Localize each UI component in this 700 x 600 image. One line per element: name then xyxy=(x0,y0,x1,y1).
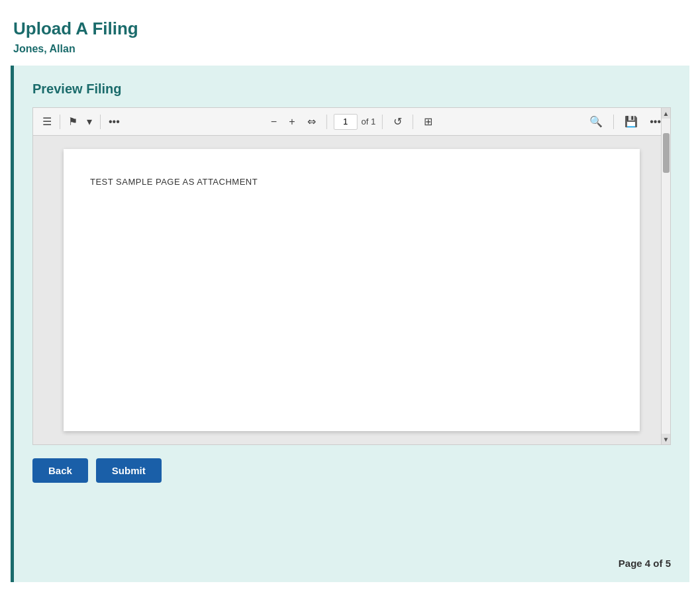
more-icon-right: ••• xyxy=(650,116,661,128)
pdf-viewer: ☰ ⚑ ▾ ••• − + xyxy=(32,107,671,445)
minus-icon: − xyxy=(271,116,277,128)
toolbar-divider-4 xyxy=(382,115,383,129)
toolbar-left: ☰ ⚑ ▾ ••• xyxy=(38,113,124,130)
toolbar-center: − + ⇔ of 1 ↺ ⊞ xyxy=(267,113,436,130)
thumbnail-button[interactable]: ⊞ xyxy=(420,113,436,130)
search-button[interactable]: 🔍 xyxy=(585,113,607,130)
page-number-input[interactable] xyxy=(334,114,358,130)
scrollbar[interactable]: ▲ ▼ xyxy=(661,108,670,444)
scroll-up-arrow[interactable]: ▲ xyxy=(662,108,670,119)
zoom-out-button[interactable]: − xyxy=(267,113,281,130)
sidebar-toggle-button[interactable]: ☰ xyxy=(38,113,56,130)
save-button[interactable]: 💾 xyxy=(621,113,642,130)
toolbar-divider-3 xyxy=(326,115,327,129)
back-button[interactable]: Back xyxy=(32,458,88,483)
toolbar-divider-6 xyxy=(613,115,614,129)
page-of-label: of 1 xyxy=(362,117,376,126)
page-header: Upload A Filing Jones, Allan xyxy=(0,0,700,66)
toolbar-right: 🔍 💾 ••• xyxy=(585,113,665,130)
section-title: Preview Filing xyxy=(32,81,671,97)
search-icon: 🔍 xyxy=(589,115,603,128)
toolbar-divider-5 xyxy=(413,115,413,129)
rotate-button[interactable]: ↺ xyxy=(389,113,406,130)
more-icon-left: ••• xyxy=(109,116,120,128)
annotation-button[interactable]: ⚑ xyxy=(64,113,81,130)
submit-button[interactable]: Submit xyxy=(96,458,162,483)
pdf-page: TEST SAMPLE PAGE AS ATTACHMENT xyxy=(64,149,640,431)
fit-icon: ⇔ xyxy=(307,115,316,128)
toolbar-divider-1 xyxy=(60,115,60,129)
fit-page-button[interactable]: ⇔ xyxy=(303,113,320,130)
thumbnail-icon: ⊞ xyxy=(424,115,432,128)
scrollbar-thumb[interactable] xyxy=(663,133,670,173)
page-title: Upload A Filing xyxy=(13,19,687,39)
more-options-left-button[interactable]: ••• xyxy=(105,113,124,130)
plus-icon: + xyxy=(289,116,295,128)
rotate-icon: ↺ xyxy=(393,115,402,128)
toolbar-divider-2 xyxy=(100,115,101,129)
content-area: Preview Filing ☰ ⚑ ▾ ••• xyxy=(11,66,689,582)
scrollbar-track[interactable] xyxy=(662,119,670,434)
pdf-page-text: TEST SAMPLE PAGE AS ATTACHMENT xyxy=(90,177,258,187)
chevron-down-icon: ▾ xyxy=(87,115,92,128)
annotation-icon: ⚑ xyxy=(68,115,77,128)
pdf-toolbar: ☰ ⚑ ▾ ••• − + xyxy=(33,108,670,136)
list-icon: ☰ xyxy=(42,115,52,128)
page-subtitle: Jones, Allan xyxy=(13,43,687,55)
pdf-content: TEST SAMPLE PAGE AS ATTACHMENT xyxy=(33,136,670,444)
zoom-in-button[interactable]: + xyxy=(285,113,299,130)
save-icon: 💾 xyxy=(625,115,638,128)
scroll-down-arrow[interactable]: ▼ xyxy=(662,434,670,444)
dropdown-button[interactable]: ▾ xyxy=(83,113,96,130)
button-row: Back Submit xyxy=(32,458,671,483)
page-indicator: Page 4 of 5 xyxy=(619,558,671,569)
